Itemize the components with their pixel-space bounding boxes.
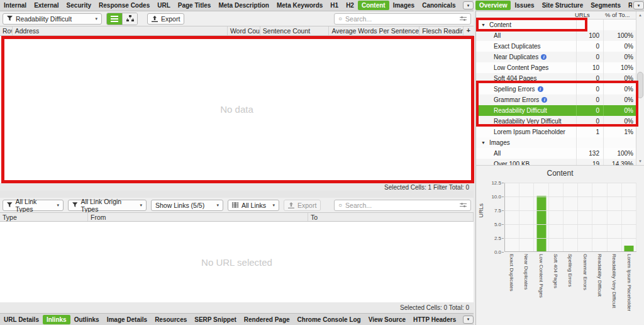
tab-content[interactable]: Content: [358, 1, 389, 10]
tab-response-codes[interactable]: Response Codes: [95, 1, 153, 10]
bottom-tab-rendered-page[interactable]: Rendered Page: [240, 315, 294, 324]
overview-row-urls: 0: [576, 105, 603, 116]
column-header-flesch-reading[interactable]: Flesch Reading: [419, 26, 464, 35]
overview-row-content[interactable]: ▼Content: [476, 20, 636, 30]
overview-row-near-duplicates[interactable]: Near Duplicatesi00%: [476, 52, 636, 62]
bottom-tab-http-headers[interactable]: HTTP Headers: [409, 315, 460, 324]
collapse-arrow-icon[interactable]: ▼: [481, 140, 486, 145]
bottom-tab-cookies[interactable]: Cookies: [460, 315, 462, 324]
tab-url[interactable]: URL: [153, 1, 174, 10]
filter-settings-icon[interactable]: [460, 16, 467, 21]
tab-meta-description[interactable]: Meta Description: [214, 1, 273, 10]
chart-x-label: Exact Duplicates: [504, 254, 519, 317]
overview-row-text: Spelling Errors: [494, 86, 535, 93]
link-origin-types-dropdown[interactable]: All Link Origin Types ▾: [68, 200, 147, 211]
overview-row-all[interactable]: All100100%: [476, 30, 636, 41]
sidebar-tabs-overflow-button[interactable]: ▾: [633, 1, 644, 9]
column-header-average-words-per-sentence[interactable]: Average Words Per Sentence: [329, 26, 419, 35]
info-icon[interactable]: i: [541, 97, 547, 103]
bottom-tab-view-source[interactable]: View Source: [365, 315, 409, 324]
tab-canonicals[interactable]: Canonicals: [418, 1, 459, 10]
bottom-tab-outlinks[interactable]: Outlinks: [70, 315, 103, 324]
results-table-body[interactable]: No data: [0, 36, 474, 183]
sidebar-tab-issues[interactable]: Issues: [511, 1, 538, 10]
sidebar-scrollbar[interactable]: ▲ ▼: [636, 11, 644, 165]
overview-row-soft-404-pages[interactable]: Soft 404 Pages00%: [476, 73, 636, 84]
overview-row-urls: [576, 20, 603, 30]
bottom-tab-serp-snippet[interactable]: SERP Snippet: [191, 315, 240, 324]
column-header-from[interactable]: From: [88, 213, 308, 221]
overview-row-all[interactable]: All132100%: [476, 148, 636, 159]
search-box: ○: [334, 13, 471, 25]
bottom-tab-image-details[interactable]: Image Details: [103, 315, 151, 324]
tab-meta-keywords[interactable]: Meta Keywords: [273, 1, 326, 10]
tab-page-titles[interactable]: Page Titles: [174, 1, 215, 10]
add-column-icon[interactable]: +: [464, 26, 474, 35]
tab-h2[interactable]: H2: [342, 1, 358, 10]
overview-row-spelling-errors[interactable]: Spelling Errorsi00%: [476, 84, 636, 94]
column-header-row[interactable]: Row: [0, 26, 13, 35]
chart-column-grammar-errors: [578, 183, 592, 251]
info-icon[interactable]: i: [541, 54, 547, 60]
export-button[interactable]: Export: [147, 13, 184, 25]
overview-row-grammar-errors[interactable]: Grammar Errorsi00%: [476, 94, 636, 105]
tab-internal[interactable]: Internal: [0, 1, 30, 10]
overview-row-low-content-pages[interactable]: Low Content Pages1010%: [476, 62, 636, 73]
collapse-arrow-icon[interactable]: ▼: [481, 23, 486, 27]
column-header-sentence-count[interactable]: Sentence Count: [260, 26, 330, 35]
filter-dropdown[interactable]: Readability Difficult ▾: [3, 13, 102, 25]
overview-row-label: Over 100 KB: [476, 161, 576, 165]
overview-row-pct: 0%: [603, 94, 636, 105]
overview-row-label: Soft 404 Pages: [476, 75, 576, 82]
bottom-tab-resources[interactable]: Resources: [151, 315, 191, 324]
overview-row-readability-very-difficult[interactable]: Readability Very Difficult00%: [476, 116, 636, 127]
scrollbar-thumb[interactable]: [637, 72, 643, 98]
chart-x-label-text: Exact Duplicates: [509, 254, 514, 317]
urls-column-header: URLs: [575, 11, 605, 19]
overview-row-lorem-ipsum-placeholder[interactable]: Lorem Ipsum Placeholder11%: [476, 127, 636, 137]
tab-h1[interactable]: H1: [326, 1, 342, 10]
bottom-tab-inlinks[interactable]: Inlinks: [43, 315, 70, 324]
links-table-body[interactable]: No URL selected: [0, 222, 474, 302]
sidebar-tab-site-structure[interactable]: Site Structure: [538, 1, 587, 10]
show-links-dropdown[interactable]: Show Links (5/5) ▾: [151, 200, 223, 211]
chart-bar-low-content-pages[interactable]: [536, 196, 546, 251]
sidebar-tab-response[interactable]: Response: [625, 1, 632, 10]
overview-row-readability-difficult[interactable]: Readability Difficult00%: [476, 105, 636, 116]
list-view-button[interactable]: [107, 13, 122, 25]
tab-external[interactable]: External: [30, 1, 62, 10]
column-header-address[interactable]: Address: [13, 26, 228, 35]
overview-row-pct: 0%: [603, 41, 636, 52]
search-input[interactable]: [345, 15, 457, 23]
sidebar-tab-overview[interactable]: Overview: [475, 1, 511, 10]
tree-view-button[interactable]: [122, 13, 137, 25]
column-header-to[interactable]: To: [308, 213, 474, 221]
scroll-up-icon[interactable]: ▲: [636, 11, 644, 19]
chart-x-label-text: Lorem Ipsum Placeholder: [626, 254, 632, 317]
sidebar-tab-segments[interactable]: Segments: [587, 1, 625, 10]
chart-bar-lorem-ipsum-placeholder[interactable]: [624, 246, 633, 251]
link-types-dropdown[interactable]: All Link Types ▾: [3, 200, 64, 211]
tab-images[interactable]: Images: [389, 1, 418, 10]
overview-row-over-100-kb[interactable]: Over 100 KB1914.39%: [476, 159, 636, 165]
overview-row-urls: 10: [576, 62, 603, 73]
tab-security[interactable]: Security: [63, 1, 95, 10]
column-header-type[interactable]: Type: [0, 213, 88, 221]
bottom-tab-chrome-console-log[interactable]: Chrome Console Log: [294, 315, 365, 324]
links-search-input[interactable]: [345, 202, 457, 209]
column-header-word-count[interactable]: Word Count: [228, 26, 260, 35]
overview-row-images[interactable]: ▼Images: [476, 137, 636, 148]
screaming-frog-window: InternalExternalSecurityResponse CodesUR…: [0, 0, 644, 325]
main-tabs-overflow-button[interactable]: ▾: [463, 1, 474, 9]
scroll-down-icon[interactable]: ▼: [636, 157, 644, 165]
overview-row-exact-duplicates[interactable]: Exact Duplicates00%: [476, 41, 636, 52]
overview-row-pct: 0%: [603, 105, 636, 116]
info-icon[interactable]: i: [538, 86, 543, 92]
tab-pagination[interactable]: Pagination: [460, 1, 462, 10]
bottom-tab-url-details[interactable]: URL Details: [0, 315, 43, 324]
filter-settings-icon[interactable]: [460, 202, 467, 208]
search-icon: ○: [338, 202, 342, 208]
links-columns-dropdown[interactable]: All Links ▾: [228, 200, 279, 211]
bottom-tabs-overflow-button[interactable]: ▾: [463, 316, 474, 324]
links-export-button[interactable]: Export: [284, 200, 321, 211]
